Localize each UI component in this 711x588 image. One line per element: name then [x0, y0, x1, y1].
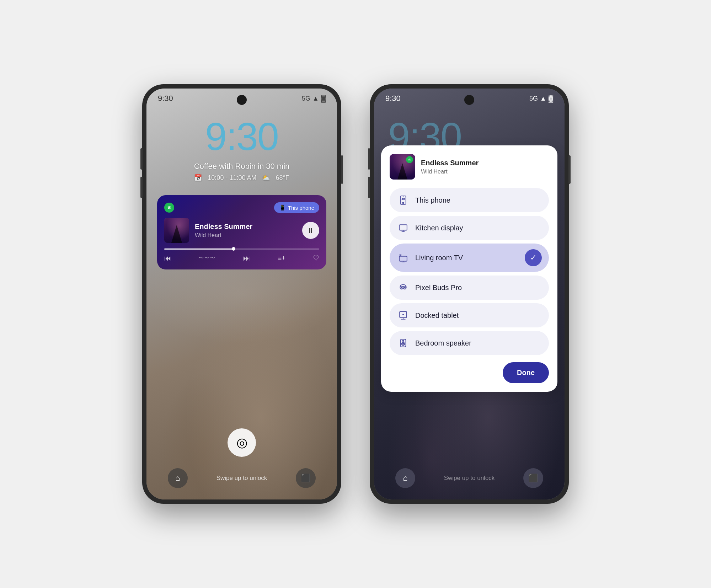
right-signal-text: 5G: [529, 95, 538, 102]
front-camera: [237, 95, 247, 105]
modal-album-art: [390, 154, 415, 180]
device-item-this-phone[interactable]: This phone: [390, 188, 549, 212]
device-list: This phone Kitchen display: [390, 188, 549, 355]
right-recents-button[interactable]: ⬛: [523, 468, 543, 488]
music-controls: ⏮ 〜〜〜 ⏭ ≡+ ♡: [164, 254, 319, 262]
right-volume-up-button[interactable]: [368, 148, 370, 170]
track-title: Endless Summer: [195, 223, 296, 231]
left-status-time: 9:30: [158, 94, 173, 103]
right-phone: 9:30 5G ▲ ▓ 9:30: [370, 84, 569, 504]
this-phone-icon: [397, 194, 410, 207]
modal-track-artist: Wild Heart: [421, 169, 479, 175]
device-item-kitchen-display[interactable]: Kitchen display: [390, 216, 549, 240]
event-details: 📅 10:00 - 11:00 AM ⛅ 68°F: [161, 174, 323, 182]
right-battery-icon: ▓: [549, 95, 553, 102]
right-bottom-nav: ⌂ Swipe up to unlock ⬛: [374, 464, 565, 499]
signal-text: 5G: [302, 95, 310, 102]
music-info: Endless Summer Wild Heart: [195, 223, 296, 239]
weather-icon: ⛅: [262, 174, 270, 182]
right-volume-down-button[interactable]: [368, 177, 370, 198]
left-phone-screen: 9:30 5G ▲ ▓ 9:30 Coffee with Robin in 30…: [146, 89, 337, 499]
modal-track-info: Endless Summer Wild Heart: [421, 159, 479, 175]
modal-track-title: Endless Summer: [421, 159, 479, 167]
svg-point-15: [404, 287, 405, 288]
device-item-pixel-buds[interactable]: Pixel Buds Pro: [390, 276, 549, 300]
output-device-modal: Endless Summer Wild Heart: [381, 145, 557, 392]
modal-spotify-icon: [406, 156, 413, 163]
progress-bar: [164, 248, 319, 250]
add-queue-button[interactable]: ≡+: [278, 255, 285, 262]
progress-fill: [164, 248, 234, 250]
event-time: 10:00 - 11:00 AM: [208, 174, 256, 182]
home-icon: ⌂: [175, 474, 180, 483]
svg-rect-9: [399, 256, 407, 261]
svg-point-14: [401, 287, 402, 288]
recents-button[interactable]: ⬛: [296, 468, 316, 488]
modal-header: Endless Summer Wild Heart: [390, 154, 549, 180]
next-button[interactable]: ⏭: [243, 254, 250, 262]
left-phone: 9:30 5G ▲ ▓ 9:30 Coffee with Robin in 30…: [142, 84, 341, 504]
pause-button[interactable]: ⏸: [302, 222, 319, 239]
right-home-icon: ⌂: [403, 474, 407, 483]
left-status-icons: 5G ▲ ▓: [302, 95, 326, 102]
docked-tablet-label: Docked tablet: [415, 311, 542, 320]
calendar-icon: 📅: [194, 174, 202, 182]
pixel-buds-label: Pixel Buds Pro: [415, 284, 542, 292]
music-player-card[interactable]: 📱 This phone Endless Summer Wild Heart ⏸: [157, 195, 326, 269]
prev-button[interactable]: ⏮: [164, 254, 171, 262]
right-recents-icon: ⬛: [528, 474, 538, 483]
waveform-icon: 〜〜〜: [199, 255, 216, 261]
track-artist: Wild Heart: [195, 232, 296, 239]
left-bottom-nav: ⌂ Swipe up to unlock ⬛: [146, 464, 337, 499]
weather-temp: 68°F: [276, 174, 289, 182]
album-art: [164, 218, 189, 243]
left-lock-time: 9:30: [161, 117, 323, 156]
right-swipe-hint: Swipe up to unlock: [444, 475, 495, 482]
docked-tablet-icon: [397, 309, 410, 322]
bedroom-speaker-icon: [397, 337, 410, 349]
check-button[interactable]: ✓: [525, 249, 542, 266]
spotify-logo: [164, 203, 174, 213]
living-room-tv-label: Living room TV: [415, 254, 519, 262]
swipe-hint: Swipe up to unlock: [216, 475, 267, 482]
volume-down-button[interactable]: [140, 177, 143, 198]
device-pill[interactable]: 📱 This phone: [274, 202, 319, 213]
device-item-docked-tablet[interactable]: Docked tablet: [390, 303, 549, 327]
battery-icon: ▓: [321, 95, 326, 102]
signal-icon: ▲: [312, 95, 319, 102]
volume-up-button[interactable]: [140, 148, 143, 170]
pause-icon: ⏸: [307, 226, 314, 235]
kitchen-display-label: Kitchen display: [415, 224, 542, 232]
right-power-button[interactable]: [568, 155, 571, 184]
like-button[interactable]: ♡: [313, 254, 319, 262]
svg-point-22: [402, 343, 403, 344]
svg-point-19: [403, 314, 403, 315]
power-button[interactable]: [341, 155, 343, 184]
pixel-buds-icon: [397, 281, 410, 294]
right-signal-icon: ▲: [540, 95, 546, 102]
device-item-bedroom-speaker[interactable]: Bedroom speaker: [390, 331, 549, 355]
right-home-button[interactable]: ⌂: [395, 468, 415, 488]
svg-rect-4: [399, 225, 407, 230]
bedroom-speaker-label: Bedroom speaker: [415, 339, 542, 347]
music-card-body: Endless Summer Wild Heart ⏸: [164, 218, 319, 243]
progress-bar-area[interactable]: [164, 248, 319, 250]
fingerprint-icon: ◎: [236, 435, 247, 450]
fingerprint-button[interactable]: ◎: [228, 428, 256, 457]
left-lock-content: 9:30 Coffee with Robin in 30 min 📅 10:00…: [146, 117, 337, 182]
this-phone-label: This phone: [415, 196, 542, 204]
right-phone-screen: 9:30 5G ▲ ▓ 9:30: [374, 89, 565, 499]
device-item-living-room-tv[interactable]: Living room TV ✓: [390, 244, 549, 272]
device-pill-icon: 📱: [279, 204, 286, 211]
svg-point-3: [402, 202, 403, 203]
right-front-camera: [464, 95, 474, 105]
recents-icon: ⬛: [301, 474, 310, 483]
right-status-icons: 5G ▲ ▓: [529, 95, 553, 102]
svg-point-23: [402, 340, 403, 341]
kitchen-display-icon: [397, 221, 410, 234]
home-button[interactable]: ⌂: [168, 468, 188, 488]
done-label: Done: [517, 369, 535, 377]
done-button[interactable]: Done: [503, 362, 549, 383]
living-room-tv-icon: [397, 251, 410, 264]
device-pill-label: This phone: [288, 205, 314, 211]
